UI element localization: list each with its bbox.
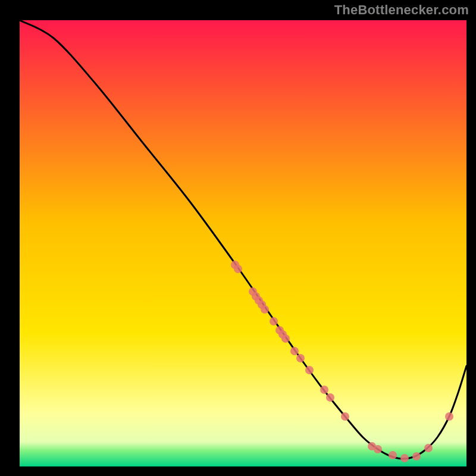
data-point bbox=[281, 334, 290, 343]
chart-svg bbox=[0, 0, 476, 476]
data-point bbox=[424, 444, 433, 452]
data-point bbox=[290, 347, 299, 355]
attribution-label: TheBottlenecker.com bbox=[334, 2, 469, 18]
data-point bbox=[326, 393, 334, 402]
data-point bbox=[296, 354, 305, 362]
data-point bbox=[234, 265, 242, 273]
data-point bbox=[320, 386, 328, 394]
data-point bbox=[400, 454, 409, 462]
plot-background bbox=[20, 20, 466, 466]
data-point bbox=[305, 366, 314, 374]
data-point bbox=[341, 412, 349, 421]
chart-container: TheBottlenecker.com bbox=[0, 0, 476, 476]
data-point bbox=[412, 452, 421, 461]
data-point bbox=[445, 412, 453, 421]
data-point bbox=[270, 317, 278, 325]
data-point bbox=[389, 451, 397, 459]
data-point bbox=[261, 305, 269, 314]
data-point bbox=[374, 445, 382, 453]
